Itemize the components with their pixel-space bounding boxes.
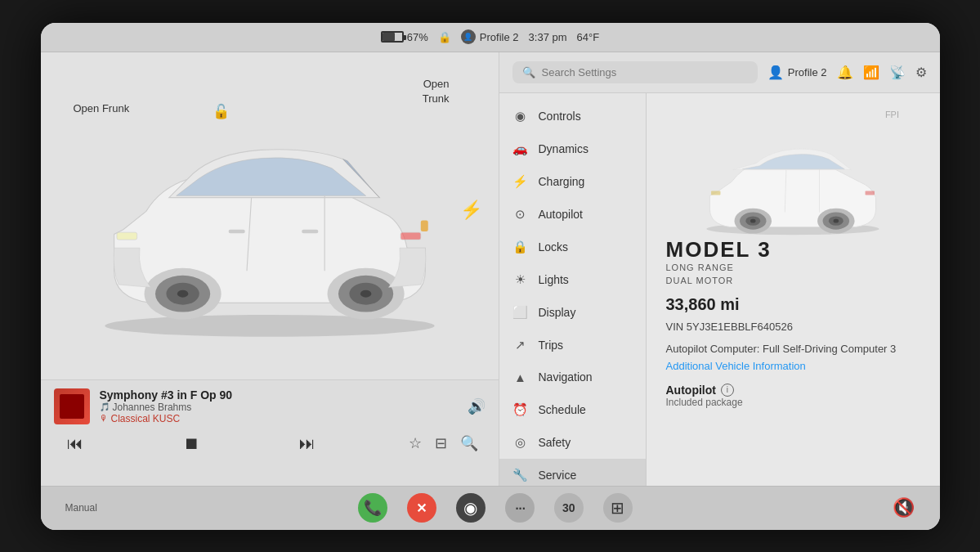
menu-item-display[interactable]: ⬜ Display	[499, 296, 646, 329]
mute-button[interactable]: 🔇	[893, 497, 915, 518]
charging-icon: ⚡	[512, 174, 529, 189]
service-label: Service	[539, 469, 577, 482]
battery-percentage: 67%	[407, 31, 428, 43]
header-profile[interactable]: 👤 Profile 2	[767, 65, 827, 80]
display-icon: ⬜	[512, 305, 529, 320]
camera-button[interactable]: ◉	[456, 493, 486, 523]
menu-item-trips[interactable]: ↗ Trips	[499, 329, 646, 361]
vin-display: VIN 5YJ3E1EBBLF640526	[666, 321, 920, 333]
next-button[interactable]: ⏭	[293, 431, 322, 456]
favorite-button[interactable]: ☆	[409, 434, 422, 452]
menu-item-charging[interactable]: ⚡ Charging	[499, 165, 646, 198]
settings-icon[interactable]: ⚙	[915, 65, 927, 80]
apps-button[interactable]: ⊞	[603, 493, 633, 523]
profile-name: Profile 2	[480, 31, 519, 43]
taskbar-icons: 📞 ✕ ◉ ··· 30 ⊞	[358, 493, 633, 523]
open-frunk-label[interactable]: Open Frunk	[74, 101, 130, 116]
svg-point-26	[834, 218, 839, 222]
svg-rect-27	[711, 191, 720, 195]
temperature-display: 64°F	[577, 31, 600, 43]
radio-station: 🎙 Classical KUSC	[100, 413, 458, 424]
time-display: 3:37 pm	[529, 31, 567, 43]
profile-section[interactable]: 👤 Profile 2	[461, 29, 519, 44]
menu-item-lights[interactable]: ☀ Lights	[499, 263, 646, 296]
dynamics-label: Dynamics	[539, 142, 588, 155]
vehicle-info-panel: FPI	[647, 93, 940, 486]
music-player: Symphony #3 in F Op 90 🎵 Johannes Brahms…	[41, 379, 499, 486]
vehicle-svg	[687, 121, 899, 244]
settings-menu: ◉ Controls 🚗 Dynamics ⚡ Charging ⊙ Autop…	[499, 93, 647, 486]
display-label: Display	[539, 306, 576, 319]
safety-label: Safety	[539, 436, 571, 449]
menu-item-autopilot[interactable]: ⊙ Autopilot	[499, 198, 646, 231]
search-bar[interactable]: 🔍	[512, 61, 758, 83]
open-trunk-label[interactable]: OpenTrunk	[423, 77, 450, 106]
safety-icon: ◎	[512, 435, 529, 450]
svg-point-22	[750, 218, 756, 222]
additional-info-link[interactable]: Additional Vehicle Information	[666, 360, 920, 372]
signal-icon[interactable]: 📡	[889, 65, 906, 80]
menu-item-navigation[interactable]: ▲ Navigation	[499, 361, 646, 393]
lights-icon: ☀	[512, 272, 529, 287]
settings-header: 🔍 👤 Profile 2 🔔 📶 📡 ⚙	[499, 52, 940, 93]
search-input[interactable]	[542, 66, 748, 79]
svg-rect-28	[866, 191, 875, 195]
dynamics-icon: 🚗	[512, 141, 529, 156]
header-profile-icon: 👤	[767, 65, 784, 80]
cancel-button[interactable]: ✕	[407, 493, 436, 523]
bottom-right-controls: 🔇	[893, 497, 915, 518]
menu-item-service[interactable]: 🔧 Service	[499, 459, 646, 486]
autopilot-package-sub: Included package	[666, 397, 743, 408]
search-button[interactable]: 🔍	[460, 434, 478, 452]
fpi-badge: FPI	[687, 110, 899, 119]
track-info: Symphony #3 in F Op 90 🎵 Johannes Brahms…	[100, 388, 458, 424]
settings-body: ◉ Controls 🚗 Dynamics ⚡ Charging ⊙ Autop…	[499, 93, 940, 486]
settings-panel: 🔍 👤 Profile 2 🔔 📶 📡 ⚙ ◉ Controls	[499, 52, 940, 486]
prev-button[interactable]: ⏮	[60, 431, 90, 456]
car-image-right: FPI	[687, 110, 899, 224]
charge-icon: ⚡	[460, 200, 482, 221]
navigation-icon: ▲	[512, 370, 529, 384]
music-actions: ☆ ⊟ 🔍	[409, 434, 478, 452]
locks-icon: 🔒	[512, 240, 529, 254]
charging-label: Charging	[539, 175, 585, 188]
trips-label: Trips	[539, 339, 564, 352]
menu-item-schedule[interactable]: ⏰ Schedule	[499, 393, 646, 426]
menu-item-controls[interactable]: ◉ Controls	[499, 100, 646, 132]
trips-icon: ↗	[512, 338, 529, 352]
album-art	[54, 388, 90, 424]
wifi-icon[interactable]: 📶	[863, 65, 879, 80]
main-content: Open Frunk 🔓 OpenTrunk ⚡	[41, 52, 940, 486]
service-icon: 🔧	[512, 468, 529, 482]
autopilot-info-button[interactable]: i	[721, 384, 734, 397]
car-lock-icon[interactable]: 🔓	[213, 103, 230, 120]
controls-label: Controls	[539, 110, 581, 123]
stop-button[interactable]: ⏹	[177, 431, 206, 456]
autopilot-label: Autopilot	[539, 208, 583, 221]
equalizer-button[interactable]: ⊟	[435, 434, 447, 452]
track-artist: 🎵 Johannes Brahms	[100, 402, 458, 413]
controls-icon: ◉	[512, 109, 529, 123]
phone-button[interactable]: 📞	[358, 493, 387, 523]
alert-icon[interactable]: 🔔	[837, 65, 853, 80]
autopilot-icon: ⊙	[512, 207, 529, 222]
music-controls: ⏮ ⏹ ⏭ ☆ ⊟ 🔍	[54, 431, 486, 456]
left-panel: Open Frunk 🔓 OpenTrunk ⚡	[41, 52, 499, 486]
svg-rect-13	[228, 229, 244, 232]
autopilot-package: Autopilot i Included package	[666, 384, 920, 408]
menu-item-dynamics[interactable]: 🚗 Dynamics	[499, 132, 646, 165]
svg-rect-14	[302, 229, 318, 232]
volume-icon[interactable]: 🔊	[468, 397, 486, 415]
svg-point-6	[177, 289, 187, 297]
menu-item-safety[interactable]: ◎ Safety	[499, 426, 646, 459]
schedule-icon: ⏰	[512, 402, 529, 417]
locks-label: Locks	[539, 240, 569, 254]
lights-label: Lights	[539, 273, 569, 286]
menu-item-locks[interactable]: 🔒 Locks	[499, 231, 646, 263]
autopilot-package-label: Autopilot	[666, 384, 716, 397]
svg-rect-12	[401, 232, 421, 240]
more-button[interactable]: ···	[505, 493, 535, 523]
manual-label: Manual	[65, 502, 97, 514]
calendar-button[interactable]: 30	[554, 493, 584, 523]
car-visualization: Open Frunk 🔓 OpenTrunk ⚡	[41, 52, 499, 379]
